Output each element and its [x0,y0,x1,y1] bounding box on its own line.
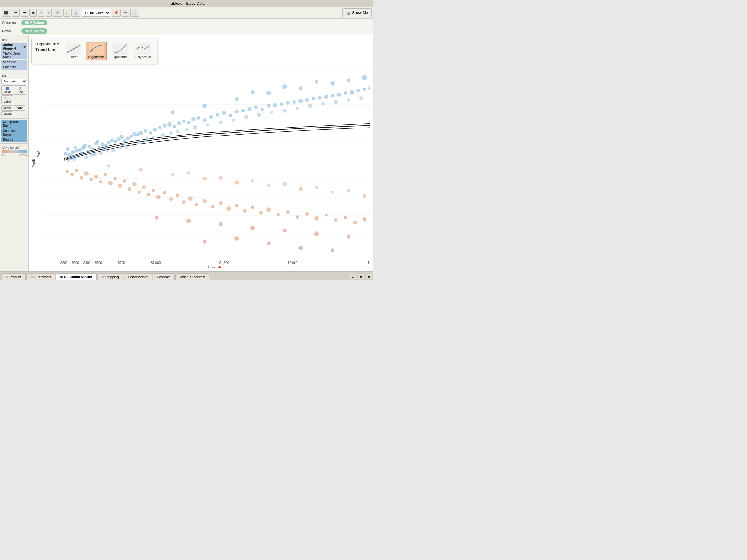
svg-point-186 [113,177,117,180]
redo-btn[interactable]: ↪ [21,9,28,17]
svg-point-207 [243,209,247,213]
show-me-button[interactable]: 📊 Show Me [342,8,371,17]
tab-product-label: Product [9,275,21,279]
trend-option-logarithmic[interactable]: Logarithmic [86,42,107,60]
svg-point-118 [318,96,322,100]
svg-point-100 [203,118,207,122]
tab-customers[interactable]: ⊞ Customers [26,273,55,280]
color-legend: C(Profit Ratio) 0% 50.0% [0,145,28,158]
marks-type-dropdown[interactable]: Automatic [1,79,27,84]
trend-option-linear[interactable]: Linear [63,42,83,60]
svg-point-220 [362,217,367,221]
svg-point-66 [86,150,89,153]
rows-pill[interactable]: SUM(Profit) [21,28,47,33]
svg-point-164 [202,104,207,108]
svg-point-21 [148,46,149,47]
svg-point-240 [219,222,223,226]
svg-point-8 [91,51,92,52]
sidebar-item-year-order-date[interactable]: YEAR(Order Date) [1,51,27,59]
label-button[interactable]: 123 Label [1,95,14,104]
shape-button[interactable]: Shape [1,111,14,116]
svg-point-126 [368,86,370,91]
new-sheet-btn[interactable]: ⊞ [365,274,372,279]
pencil-btn[interactable]: ✏ [122,9,129,17]
svg-point-187 [118,184,122,188]
svg-point-242 [283,229,286,232]
sidebar-item-category[interactable]: Category [1,65,27,70]
svg-point-61 [75,149,79,153]
svg-text:$1,500: $1,500 [220,261,229,265]
sidebar-marks-customer-name[interactable]: Customer Name [1,129,27,137]
svg-point-219 [353,220,357,224]
svg-point-211 [277,213,280,216]
undo-btn[interactable]: ↩ [12,9,20,17]
svg-point-158 [334,100,338,104]
tabs-bar: ⊞ Product ⊞ Customers ⊞ CustomerScatter … [0,271,374,280]
columns-pill[interactable]: SUM(Sales) [21,20,47,25]
sort-asc-btn[interactable]: ↕ [38,9,45,17]
svg-point-233 [219,176,223,180]
svg-point-138 [124,145,128,149]
svg-point-148 [206,124,209,127]
sidebar-divider2 [0,118,28,118]
link-btn[interactable]: 🔗 [53,9,62,17]
svg-point-10 [96,46,98,47]
crop-btn[interactable]: ⬜ [130,9,139,17]
trend-option-exponential[interactable]: Exponential [109,42,130,60]
tab-performance[interactable]: Performance [124,273,152,280]
svg-point-234 [251,179,254,183]
save-btn[interactable]: ⊞ [29,9,37,17]
tooltip-button[interactable]: Tooltip [13,105,25,111]
polynomial-trend-icon [135,43,151,55]
svg-point-150 [232,118,235,122]
svg-point-85 [122,143,125,146]
tab-product[interactable]: ⊞ Product [1,273,26,280]
tab-customerscatter[interactable]: ⊞ CustomerScatter [56,273,97,280]
svg-point-159 [347,99,350,102]
pin-btn[interactable]: 📌 [111,9,121,17]
color-icon: ⬤ [5,86,9,90]
svg-point-80 [119,135,124,139]
menu-btn[interactable]: ⬛ [2,9,11,17]
svg-point-129 [67,159,70,162]
svg-point-231 [363,194,366,198]
svg-point-57 [71,150,75,154]
svg-point-3 [70,50,71,51]
svg-point-246 [267,241,271,245]
tab-shipping[interactable]: ⊞ Shipping [97,273,123,280]
svg-point-89 [149,131,152,135]
svg-point-206 [235,204,238,207]
svg-point-124 [356,88,360,92]
sidebar-marks-profit-ratio[interactable]: AGG(Profit Ratio) [1,120,27,128]
tab-forecast[interactable]: Forecast [153,273,175,280]
trend-option-polynomial[interactable]: Polynomial [133,42,153,60]
svg-point-115 [298,99,303,103]
new-dashboard-btn[interactable]: ⊡ [350,274,356,279]
svg-point-110 [267,104,271,108]
svg-point-177 [70,172,74,177]
svg-point-19 [141,46,142,47]
sort-desc-btn[interactable]: ↕ [46,9,52,17]
svg-point-174 [282,84,287,89]
svg-point-103 [222,111,226,115]
detail-button[interactable]: Detail [1,105,12,111]
svg-point-130 [72,158,76,161]
sidebar-item-segment[interactable]: Segment [1,60,27,64]
svg-point-73 [96,140,99,143]
svg-point-106 [241,109,244,112]
chart-type-btn[interactable]: 📊 [71,9,80,17]
sidebar-item-action-region[interactable]: Action (Region) ⊙ [1,43,27,51]
svg-point-228 [267,184,270,187]
new-story-btn[interactable]: ⊟ [358,274,364,279]
svg-point-205 [226,207,231,211]
view-select[interactable]: Entire View [81,9,110,17]
svg-point-144 [170,131,173,135]
text-btn[interactable]: T [63,9,70,17]
tab-whatifforecast[interactable]: What If Forecast [175,273,209,280]
color-button[interactable]: ⬤ Color [1,85,14,95]
svg-point-67 [87,145,92,149]
sidebar-marks-region[interactable]: Region [1,137,27,142]
svg-point-223 [107,164,110,167]
size-button[interactable]: ◎ Size [14,85,26,95]
svg-point-238 [155,216,159,220]
